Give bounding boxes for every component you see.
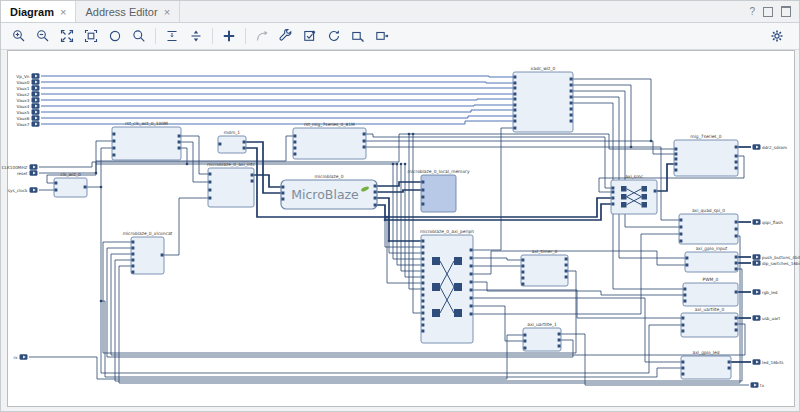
block-pin[interactable] — [735, 228, 738, 231]
block-pin[interactable] — [685, 257, 688, 260]
block-pin[interactable] — [470, 265, 473, 268]
block-pin[interactable] — [735, 291, 738, 294]
block-pin[interactable] — [521, 265, 524, 268]
block-pin[interactable] — [281, 198, 284, 201]
block-pin[interactable] — [84, 186, 87, 189]
port-sys_clock[interactable]: sys_clock — [8, 187, 38, 193]
block-body[interactable] — [685, 252, 738, 272]
block-pin[interactable] — [513, 127, 516, 130]
block-pin[interactable] — [54, 182, 57, 185]
port-push_buttons_4bits[interactable]: push_buttons_4bits — [753, 254, 800, 260]
block-pin[interactable] — [565, 258, 568, 261]
block-pin[interactable] — [570, 90, 573, 93]
block-pin[interactable] — [421, 294, 424, 297]
block-pin[interactable] — [513, 120, 516, 123]
block-pin[interactable] — [565, 270, 568, 273]
block-pin[interactable] — [735, 221, 738, 224]
port-rgb_led[interactable]: rgb_led — [753, 289, 778, 295]
block-pin[interactable] — [570, 96, 573, 99]
block-pin[interactable] — [521, 277, 524, 280]
port-dip_switches_16bits[interactable]: dip_switches_16bits — [753, 260, 800, 266]
block-pin[interactable] — [683, 294, 686, 297]
block-pin[interactable] — [611, 191, 614, 194]
block-pin[interactable] — [735, 146, 738, 149]
block-body[interactable] — [421, 235, 473, 343]
block-body[interactable] — [679, 214, 738, 244]
block-pin[interactable] — [735, 262, 738, 265]
block-body[interactable] — [112, 127, 181, 160]
block-body[interactable] — [521, 255, 568, 286]
block-pin[interactable] — [570, 78, 573, 81]
block-pin[interactable] — [208, 173, 211, 176]
block-pin[interactable] — [421, 270, 424, 273]
block-pin[interactable] — [681, 330, 684, 333]
block-pin[interactable] — [558, 339, 561, 342]
block-pin[interactable] — [513, 104, 516, 107]
block-pin[interactable] — [470, 257, 473, 260]
block-pin[interactable] — [683, 300, 686, 303]
block-pin[interactable] — [208, 189, 211, 192]
port-Vaux6[interactable]: Vaux6 — [17, 115, 40, 121]
block-microblaze_0_axi_periph[interactable]: microblaze_0_axi_periph — [420, 229, 474, 343]
block-body[interactable] — [131, 237, 164, 274]
block-pin[interactable] — [470, 297, 473, 300]
block-rst_clk_wiz_0_100M[interactable]: rst_clk_wiz_0_100M — [112, 121, 181, 160]
block-pin[interactable] — [112, 133, 115, 136]
block-pin[interactable] — [421, 276, 424, 279]
block-pin[interactable] — [421, 252, 424, 255]
block-pin[interactable] — [131, 271, 134, 274]
block-pin[interactable] — [679, 226, 682, 229]
block-pin[interactable] — [674, 163, 677, 166]
block-pin[interactable] — [565, 264, 568, 267]
block-body[interactable] — [293, 128, 366, 159]
port-Vaux4[interactable]: Vaux4 — [17, 103, 40, 109]
block-pin[interactable] — [681, 373, 684, 376]
block-pin[interactable] — [735, 317, 738, 320]
block-body[interactable] — [681, 356, 731, 379]
block-pin[interactable] — [521, 271, 524, 274]
block-pin[interactable] — [521, 259, 524, 262]
block-pin[interactable] — [570, 120, 573, 123]
block-pin[interactable] — [523, 334, 526, 337]
block-pin[interactable] — [243, 147, 246, 150]
port-CLK100MHZ[interactable]: CLK100MHZ — [2, 164, 38, 170]
block-pin[interactable] — [735, 268, 738, 271]
block-pin[interactable] — [679, 240, 682, 243]
block-body[interactable] — [523, 328, 561, 351]
block-pin[interactable] — [513, 98, 516, 101]
port-led_16bits[interactable]: led_16bits — [753, 359, 784, 365]
port-usb_uart[interactable]: usb_uart — [753, 315, 781, 321]
port-Vp_Vn[interactable]: Vp_Vn — [16, 73, 39, 79]
block-pin[interactable] — [565, 276, 568, 279]
block-pin[interactable] — [728, 361, 731, 364]
block-pin[interactable] — [131, 247, 134, 250]
block-pin[interactable] — [112, 140, 115, 143]
block-pin[interactable] — [178, 141, 181, 144]
block-body[interactable] — [54, 178, 87, 197]
block-pin[interactable] — [674, 169, 677, 172]
block-pin[interactable] — [374, 185, 377, 188]
port-reset[interactable]: reset — [17, 170, 38, 176]
block-pin[interactable] — [421, 318, 424, 321]
block-pin[interactable] — [735, 235, 738, 238]
block-pin[interactable] — [679, 233, 682, 236]
block-pin[interactable] — [421, 306, 424, 309]
block-pin[interactable] — [293, 153, 296, 156]
port-Vaux3[interactable]: Vaux3 — [17, 97, 40, 103]
block-pin[interactable] — [735, 323, 738, 326]
block-body[interactable] — [674, 140, 738, 176]
block-pin[interactable] — [735, 155, 738, 158]
block-body[interactable] — [218, 136, 246, 153]
block-pin[interactable] — [728, 367, 731, 370]
block-pin[interactable] — [654, 190, 657, 193]
block-pin[interactable] — [470, 289, 473, 292]
block-pin[interactable] — [421, 300, 424, 303]
block-pin[interactable] — [208, 181, 211, 184]
block-pin[interactable] — [570, 84, 573, 87]
block-pin[interactable] — [243, 141, 246, 144]
block-pin[interactable] — [112, 147, 115, 150]
block-pin[interactable] — [421, 324, 424, 327]
block-body[interactable] — [611, 180, 657, 214]
block-pin[interactable] — [421, 181, 424, 184]
block-pin[interactable] — [54, 189, 57, 192]
